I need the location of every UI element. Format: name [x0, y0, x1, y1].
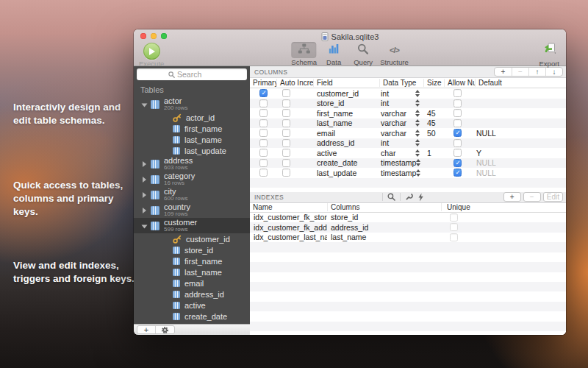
auto-increment-checkbox[interactable]	[282, 139, 290, 147]
list-item[interactable]: category 16 rows	[134, 171, 250, 187]
list-item[interactable]: actor 200 rows	[134, 96, 250, 112]
list-item[interactable]: create_date	[134, 311, 250, 322]
primary-checkbox[interactable]	[259, 159, 268, 167]
type-stepper[interactable]	[416, 159, 420, 166]
zoom-button[interactable]	[161, 33, 167, 39]
titlebar[interactable]: Sakila.sqlite3	[134, 29, 566, 42]
type-stepper[interactable]	[415, 99, 420, 107]
index-columns[interactable]: last_name	[327, 233, 441, 241]
type-stepper[interactable]	[415, 90, 420, 97]
auto-increment-checkbox[interactable]	[282, 89, 290, 97]
tab-structure[interactable]: </> Structure	[380, 42, 409, 66]
allow-null-checkbox[interactable]	[453, 159, 462, 167]
disclosure-triangle-icon[interactable]	[142, 224, 148, 228]
list-item[interactable]: country 109 rows	[134, 202, 250, 218]
type-stepper[interactable]	[415, 139, 420, 146]
table-row[interactable]: active char 1 Y	[250, 148, 566, 158]
default-value[interactable]: Y	[475, 149, 566, 158]
primary-checkbox[interactable]	[259, 99, 268, 107]
index-row[interactable]: idx_customer_last_name last_name	[250, 233, 566, 243]
add-index-button[interactable]: +	[503, 192, 521, 202]
tab-query[interactable]: Query	[351, 42, 376, 66]
search-field[interactable]	[137, 68, 247, 80]
list-item[interactable]: city 600 rows	[134, 187, 250, 202]
list-item[interactable]: address 603 rows	[134, 156, 250, 171]
allow-null-checkbox[interactable]	[453, 119, 462, 127]
search-indexes-icon[interactable]	[387, 193, 395, 201]
field-name[interactable]: email	[313, 129, 379, 138]
tab-schema[interactable]: Schema	[291, 42, 317, 66]
type-stepper[interactable]	[415, 130, 420, 137]
edit-index-button[interactable]: Edit	[543, 192, 563, 202]
unique-checkbox[interactable]	[450, 223, 458, 231]
table-row[interactable]: last_name varchar 45	[250, 118, 566, 129]
allow-null-checkbox[interactable]	[453, 109, 462, 117]
table-row[interactable]: create_date timestamp NULL	[250, 158, 566, 169]
list-item[interactable]: actor_id	[134, 112, 250, 123]
data-type-value[interactable]: timestamp	[381, 158, 416, 167]
move-up-button[interactable]: ↑	[528, 68, 545, 76]
list-item[interactable]: active	[134, 300, 250, 311]
data-type-value[interactable]: int	[381, 138, 389, 147]
default-value[interactable]: NULL	[475, 169, 566, 177]
data-type-value[interactable]: int	[381, 99, 389, 107]
table-row[interactable]: customer_id int	[250, 88, 566, 99]
lightning-icon[interactable]	[417, 193, 424, 202]
table-row[interactable]: first_name varchar 45	[250, 108, 566, 118]
data-type-value[interactable]: timestamp	[381, 169, 416, 177]
primary-checkbox[interactable]	[259, 109, 268, 117]
index-row[interactable]: idx_customer_fk_store_id store_id	[250, 213, 566, 223]
type-stepper[interactable]	[415, 119, 420, 127]
index-name[interactable]: idx_customer_fk_addres…	[250, 223, 327, 232]
type-stepper[interactable]	[415, 149, 420, 157]
type-stepper[interactable]	[415, 110, 420, 117]
data-type-value[interactable]: varchar	[381, 109, 406, 118]
table-row[interactable]: last_update timestamp NULL	[250, 168, 566, 178]
field-name[interactable]: store_id	[313, 99, 379, 107]
field-name[interactable]: first_name	[313, 109, 379, 118]
table-row[interactable]: store_id int	[250, 99, 566, 109]
primary-checkbox[interactable]	[259, 89, 268, 97]
list-item[interactable]: customer_id	[134, 233, 250, 244]
auto-increment-checkbox[interactable]	[282, 169, 290, 177]
list-item[interactable]: customer 599 rows	[134, 218, 250, 233]
add-table-button[interactable]: +	[137, 326, 156, 333]
field-name[interactable]: address_id	[313, 138, 379, 147]
index-name[interactable]: idx_customer_last_name	[250, 233, 327, 241]
auto-increment-checkbox[interactable]	[282, 99, 290, 107]
size-value[interactable]: 45	[423, 109, 444, 118]
index-name[interactable]: idx_customer_fk_store_id	[250, 213, 327, 222]
allow-null-checkbox[interactable]	[453, 169, 462, 177]
auto-increment-checkbox[interactable]	[282, 159, 290, 167]
disclosure-triangle-icon[interactable]	[143, 208, 146, 213]
field-name[interactable]: customer_id	[313, 89, 379, 98]
index-columns[interactable]: address_id	[327, 223, 441, 232]
list-item[interactable]: first_name	[134, 255, 250, 266]
wrench-icon[interactable]	[405, 193, 413, 201]
auto-increment-checkbox[interactable]	[282, 109, 290, 117]
auto-increment-checkbox[interactable]	[282, 129, 290, 137]
allow-null-checkbox[interactable]	[453, 139, 462, 147]
type-stepper[interactable]	[416, 169, 420, 177]
size-value[interactable]: 45	[423, 118, 444, 127]
default-value[interactable]: NULL	[475, 129, 566, 138]
move-down-button[interactable]: ↓	[545, 68, 562, 76]
data-type-value[interactable]: char	[381, 149, 395, 158]
unique-checkbox[interactable]	[450, 233, 458, 241]
index-row[interactable]: idx_customer_fk_addres… address_id	[250, 222, 566, 233]
allow-null-checkbox[interactable]	[453, 99, 462, 107]
list-item[interactable]: first_name	[134, 123, 250, 134]
auto-increment-checkbox[interactable]	[282, 149, 290, 157]
unique-checkbox[interactable]	[450, 213, 458, 222]
table-row[interactable]: address_id int	[250, 138, 566, 149]
remove-index-button[interactable]: −	[523, 192, 541, 202]
close-button[interactable]	[140, 33, 146, 39]
allow-null-checkbox[interactable]	[453, 149, 462, 157]
list-item[interactable]: last_name	[134, 266, 250, 277]
list-item[interactable]: email	[134, 277, 250, 289]
primary-checkbox[interactable]	[259, 169, 268, 177]
index-columns[interactable]: store_id	[327, 213, 441, 222]
disclosure-triangle-icon[interactable]	[143, 161, 146, 167]
allow-null-checkbox[interactable]	[453, 129, 462, 137]
primary-checkbox[interactable]	[259, 129, 268, 137]
